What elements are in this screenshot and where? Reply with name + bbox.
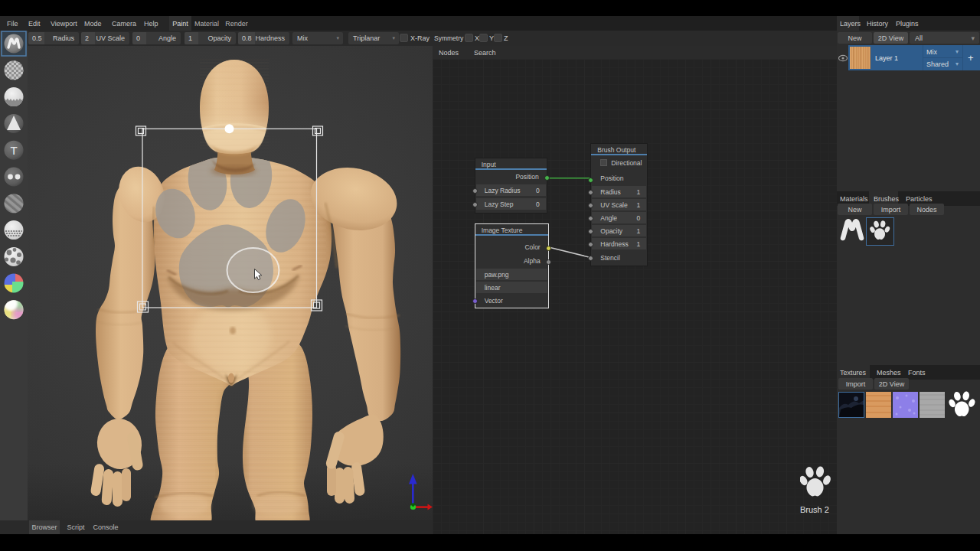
- svg-text:T: T: [10, 144, 17, 157]
